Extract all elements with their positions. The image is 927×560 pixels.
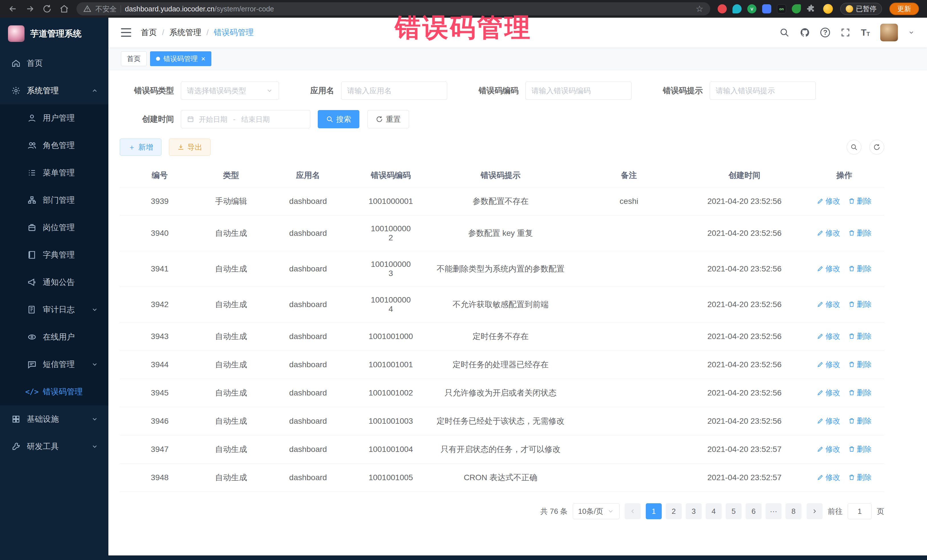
start-date-placeholder: 开始日期 [199, 115, 227, 124]
refresh-table-icon[interactable] [869, 140, 884, 155]
page-button-1[interactable]: 1 [646, 503, 662, 519]
extension-icon-3[interactable]: V [747, 4, 757, 14]
collapse-sidebar-icon[interactable] [121, 28, 131, 37]
edit-button[interactable]: 修改 [817, 264, 840, 274]
close-tab-icon[interactable]: × [201, 55, 205, 62]
page-size-select[interactable]: 10条/页 [573, 503, 620, 519]
more-pages-button[interactable]: ··· [766, 503, 781, 519]
error-code-input[interactable] [526, 82, 632, 100]
cell-app: dashboard [263, 187, 354, 216]
sidebar-item-home[interactable]: 首页 [0, 50, 108, 77]
paused-chip[interactable]: 已暂停 [840, 3, 882, 15]
github-icon[interactable] [800, 27, 810, 38]
forward-icon[interactable] [25, 4, 35, 14]
page-button-6[interactable]: 6 [746, 503, 761, 519]
delete-button[interactable]: 删除 [848, 444, 872, 454]
help-icon[interactable]: ? [820, 28, 830, 37]
sidebar-logo[interactable]: 芋道管理系统 [0, 18, 108, 50]
delete-button[interactable]: 删除 [848, 264, 872, 274]
download-icon [177, 143, 185, 151]
font-size-icon[interactable]: TT [861, 28, 870, 37]
export-button[interactable]: 导出 [169, 138, 211, 156]
sidebar-item-error-code-management[interactable]: </> 错误码管理 [0, 378, 108, 405]
edit-button[interactable]: 修改 [817, 360, 840, 370]
edit-button[interactable]: 修改 [817, 416, 840, 426]
sidebar-item-position-management[interactable]: 岗位管理 [0, 214, 108, 241]
sidebar-item-user-management[interactable]: 用户管理 [0, 104, 108, 132]
edit-button[interactable]: 修改 [817, 228, 840, 238]
extension-icon-6[interactable] [792, 4, 801, 14]
delete-button[interactable]: 删除 [848, 472, 872, 483]
sidebar-item-audit-log[interactable]: 审计日志 [0, 296, 108, 323]
extension-icon-4[interactable] [762, 4, 771, 14]
page-button-8[interactable]: 8 [786, 503, 801, 519]
extension-icon-5[interactable]: on [777, 4, 786, 14]
reset-button[interactable]: 重置 [368, 110, 409, 128]
not-secure-label[interactable]: 不安全 [95, 4, 117, 14]
breadcrumb-system[interactable]: 系统管理 [169, 27, 201, 38]
delete-button-label: 删除 [857, 388, 872, 398]
next-page-button[interactable] [807, 503, 823, 519]
browser-profile-avatar[interactable] [823, 4, 833, 14]
app-name-input[interactable] [341, 82, 447, 100]
sidebar-item-department-management[interactable]: 部门管理 [0, 187, 108, 214]
home-icon[interactable] [59, 4, 69, 14]
edit-button[interactable]: 修改 [817, 444, 840, 454]
delete-button[interactable]: 删除 [848, 360, 872, 370]
col-time: 创建时间 [685, 164, 804, 187]
sidebar-item-system-management[interactable]: 系统管理 [0, 77, 108, 104]
sidebar-item-infrastructure[interactable]: 基础设施 [0, 405, 108, 433]
toggle-search-icon[interactable] [846, 140, 862, 155]
delete-button[interactable]: 删除 [848, 196, 872, 206]
edit-button[interactable]: 修改 [817, 388, 840, 398]
page-button-4[interactable]: 4 [706, 503, 722, 519]
cell-time: 2021-04-20 23:52:56 [685, 351, 804, 379]
cell-actions: 修改删除 [804, 322, 884, 351]
delete-button[interactable]: 删除 [848, 416, 872, 426]
org-tree-icon [27, 196, 36, 205]
search-button[interactable]: 搜索 [318, 110, 359, 128]
date-range-picker[interactable]: 开始日期 - 结束日期 [181, 110, 310, 128]
delete-button[interactable]: 删除 [848, 299, 872, 310]
browser-update-button[interactable]: 更新 [889, 3, 919, 15]
sidebar-item-notice-announcement[interactable]: 通知公告 [0, 269, 108, 296]
edit-button[interactable]: 修改 [817, 331, 840, 341]
sidebar-item-menu-management[interactable]: 菜单管理 [0, 159, 108, 187]
error-type-select[interactable]: 请选择错误码类型 [181, 82, 279, 100]
extension-icon-1[interactable] [718, 4, 727, 14]
bookmark-star-icon[interactable]: ☆ [696, 5, 704, 13]
chevron-down-icon[interactable] [908, 29, 915, 36]
sidebar-item-dev-tools[interactable]: 研发工具 [0, 433, 108, 460]
page-button-5[interactable]: 5 [726, 503, 742, 519]
reload-icon[interactable] [42, 4, 52, 14]
page-button-3[interactable]: 3 [686, 503, 702, 519]
delete-button[interactable]: 删除 [848, 228, 872, 238]
sidebar-item-sms-management[interactable]: 短信管理 [0, 351, 108, 378]
fullscreen-icon[interactable] [840, 27, 851, 38]
sidebar-item-online-users[interactable]: 在线用户 [0, 323, 108, 351]
delete-button[interactable]: 删除 [848, 331, 872, 341]
cell-hint: 定时任务的处理器已经存在 [428, 351, 573, 379]
edit-button[interactable]: 修改 [817, 196, 840, 206]
add-button[interactable]: ＋ 新增 [120, 138, 161, 156]
prev-page-button[interactable] [625, 503, 641, 519]
extensions-puzzle-icon[interactable] [807, 4, 816, 14]
extension-icon-2[interactable] [732, 4, 742, 14]
address-bar[interactable]: 不安全 dashboard.yudao.iocoder.cn/system/er… [76, 2, 710, 15]
edit-button[interactable]: 修改 [817, 472, 840, 483]
error-hint-input[interactable] [710, 82, 816, 100]
menu-list-icon [27, 168, 36, 178]
edit-button[interactable]: 修改 [817, 299, 840, 310]
search-icon[interactable] [779, 27, 790, 38]
delete-button[interactable]: 删除 [848, 388, 872, 398]
back-icon[interactable] [8, 4, 18, 14]
user-avatar[interactable] [880, 24, 898, 41]
tab-error-code-management[interactable]: 错误码管理 × [150, 51, 211, 66]
breadcrumb-home[interactable]: 首页 [141, 27, 157, 38]
sidebar-item-dictionary-management[interactable]: 字典管理 [0, 241, 108, 269]
tab-home[interactable]: 首页 [121, 51, 147, 66]
cell-code: 1001001001 [354, 351, 428, 379]
sidebar-item-role-management[interactable]: 角色管理 [0, 132, 108, 159]
goto-page-input[interactable] [848, 503, 872, 519]
page-button-2[interactable]: 2 [666, 503, 682, 519]
